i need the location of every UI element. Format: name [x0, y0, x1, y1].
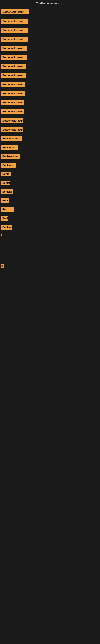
list-item[interactable]: Bottleneck result [1, 26, 99, 34]
list-item[interactable]: Bottleneck result [1, 44, 99, 53]
site-header: TheBottlenecker.com [0, 0, 100, 8]
page-wrapper: TheBottlenecker.com Bottleneck result Bo… [0, 0, 100, 391]
bottleneck-badge[interactable]: Bottleneck result [1, 64, 26, 69]
bottleneck-badge[interactable]: Bottleneck result [1, 91, 25, 96]
bottleneck-badge[interactable]: Bottleneck result [1, 73, 26, 78]
site-title: TheBottlenecker.com [36, 2, 64, 5]
bottleneck-badge[interactable]: Bottlenec [1, 180, 10, 185]
bottleneck-badge[interactable]: Bottleneck [1, 145, 18, 150]
list-item[interactable]: Bottleneck result [1, 8, 99, 16]
list-item[interactable]: Bottleneck [1, 143, 99, 152]
bottleneck-badge[interactable]: B [1, 264, 3, 268]
bottleneck-badge[interactable]: Bott [1, 207, 14, 212]
list-item[interactable]: Bottleneck result [1, 16, 99, 26]
list-item[interactable]: Bottle [1, 170, 99, 178]
bottleneck-badge[interactable]: Bottleneck result [1, 18, 28, 24]
list-item[interactable]: Bottleneck re [1, 152, 99, 161]
bottleneck-badge[interactable]: Bottleneck [1, 198, 9, 203]
bottleneck-badge[interactable]: Bottlenec [1, 163, 16, 168]
bottleneck-badge[interactable]: Bottlene [1, 190, 13, 194]
list-item[interactable] [1, 232, 99, 238]
bottleneck-badge[interactable]: Bottle [1, 172, 11, 176]
list-item[interactable]: Bottlene [1, 187, 99, 196]
bottleneck-badge[interactable]: Bottleneck result [1, 10, 29, 14]
bottleneck-badge[interactable]: Bottleneck result [1, 100, 24, 105]
bottleneck-badge[interactable]: Bottleneck resu [1, 136, 22, 141]
list-item[interactable]: Bottlenec [1, 178, 99, 187]
list-item[interactable]: Bottleneck result [1, 34, 99, 44]
list-item[interactable]: Bottleneck result [1, 53, 99, 62]
bottleneck-badge[interactable]: Bottleneck result [1, 37, 28, 42]
list-item[interactable]: Bottleneck result [1, 125, 99, 134]
list-item[interactable]: Bottleneck result [1, 98, 99, 107]
bottleneck-badge[interactable]: Bottlenec [1, 216, 8, 221]
list-item[interactable]: Bottleneck result [1, 80, 99, 89]
bottleneck-badge[interactable]: Bottleneck result [1, 109, 24, 114]
bottleneck-badge[interactable]: Bottleneck result [1, 127, 23, 132]
bottleneck-badge[interactable] [1, 234, 2, 236]
bottleneck-badge[interactable]: Bottleneck result [1, 82, 25, 87]
bottleneck-badge[interactable]: Bottleneck result [1, 46, 27, 51]
list-item[interactable]: Bottleneck result [1, 116, 99, 125]
items-container: Bottleneck result Bottleneck result Bott… [0, 8, 100, 391]
bottom-spacer [1, 270, 99, 391]
list-item[interactable]: Bottleneck result [1, 107, 99, 116]
list-item[interactable]: Bott [1, 205, 99, 214]
list-item[interactable]: B [1, 262, 99, 270]
bottleneck-badge[interactable]: Bottleneck result [1, 55, 27, 60]
bottleneck-badge[interactable]: Bottleneck result [1, 28, 28, 32]
list-item[interactable]: Bottlene [1, 223, 99, 232]
bottleneck-badge[interactable]: Bottleneck re [1, 154, 20, 159]
list-item[interactable]: Bottleneck resu [1, 134, 99, 143]
list-item[interactable]: Bottleneck result [1, 89, 99, 98]
list-item[interactable]: Bottlenec [1, 214, 99, 223]
list-item[interactable]: Bottleneck [1, 196, 99, 205]
list-item[interactable]: Bottleneck result [1, 71, 99, 80]
bottleneck-badge[interactable]: Bottleneck result [1, 118, 23, 123]
list-item[interactable]: Bottleneck result [1, 62, 99, 71]
list-item[interactable]: Bottlenec [1, 161, 99, 170]
bottleneck-badge[interactable]: Bottlene [1, 225, 12, 230]
gap-spacer [1, 238, 99, 262]
